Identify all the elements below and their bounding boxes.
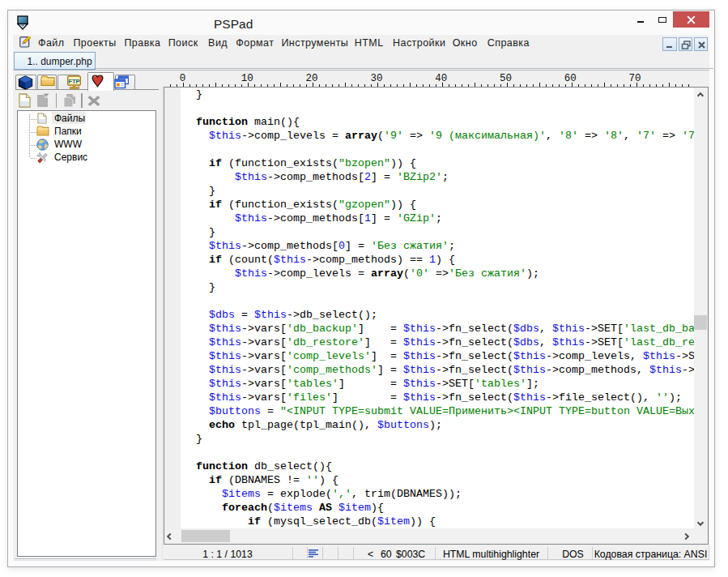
svg-text:FTP: FTP: [68, 78, 79, 85]
